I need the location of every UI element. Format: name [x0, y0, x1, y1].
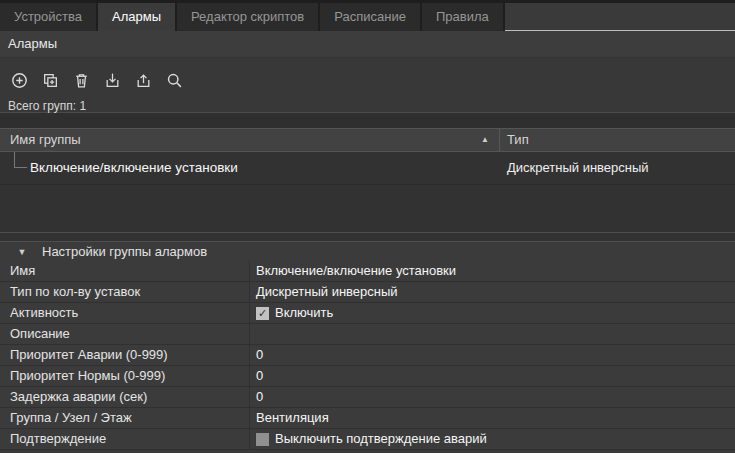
duplicate-icon [42, 72, 59, 89]
disable-ack-checkbox[interactable] [256, 433, 269, 446]
enable-checkbox[interactable]: ✓ [256, 307, 269, 320]
page-title: Алармы [0, 31, 735, 58]
table-header-row: Имя группы ▲ Тип [0, 128, 735, 152]
property-label: Тип по кол-ву уставок [0, 282, 250, 302]
norm-priority-value-field[interactable]: 0 [250, 366, 735, 386]
acknowledgement-value-field: Выключить подтверждение аварий [250, 429, 735, 449]
property-row-acknowledgement: Подтверждение Выключить подтверждение ав… [0, 429, 735, 450]
delete-trash-icon [73, 72, 90, 89]
group-node-floor-value-field[interactable]: Вентиляция [250, 408, 735, 428]
alarms-screen: Устройства Алармы Редактор скриптов Расп… [0, 0, 735, 453]
tab-schedule[interactable]: Расписание [320, 3, 420, 31]
property-label: Задержка аварии (сек) [0, 387, 250, 407]
setpoint-type-value-field[interactable]: Дискретный инверсный [250, 282, 735, 302]
alarm-delay-value-field[interactable]: 0 [250, 387, 735, 407]
property-label: Подтверждение [0, 429, 250, 449]
enable-checkbox-label: Включить [275, 303, 333, 323]
disable-ack-checkbox-label: Выключить подтверждение аварий [275, 429, 487, 449]
main-tab-bar: Устройства Алармы Редактор скриптов Расп… [0, 0, 735, 31]
tab-devices[interactable]: Устройства [0, 3, 96, 31]
alarm-groups-table: Имя группы ▲ Тип Включение/включение уст… [0, 128, 735, 232]
property-row-activity: Активность ✓ Включить [0, 303, 735, 324]
group-type-cell[interactable]: Дискретный инверсный [500, 152, 735, 184]
import-group-button[interactable] [101, 69, 123, 91]
add-group-button[interactable] [8, 69, 30, 91]
property-row-alarm-delay: Задержка аварии (сек) 0 [0, 387, 735, 408]
delete-group-button[interactable] [70, 69, 92, 91]
property-label: Приоритет Нормы (0-999) [0, 366, 250, 386]
property-label: Группа / Узел / Этаж [0, 408, 250, 428]
column-header-group-name[interactable]: Имя группы ▲ [0, 129, 500, 151]
property-label: Приоритет Аварии (0-999) [0, 345, 250, 365]
search-button[interactable] [163, 69, 185, 91]
collapse-chevron-icon: ▼ [16, 247, 28, 257]
property-row-group-node-floor: Группа / Узел / Этаж Вентиляция [0, 408, 735, 429]
group-name-cell[interactable]: Включение/включение установки [0, 152, 500, 184]
duplicate-group-button[interactable] [39, 69, 61, 91]
column-header-label: Имя группы [10, 132, 81, 147]
description-value-field[interactable] [250, 324, 735, 344]
alarms-toolbar: Всего групп: 1 [0, 58, 735, 113]
property-row-name: Имя Включение/включение установки [0, 261, 735, 282]
settings-section-header[interactable]: ▼ Настройки группы алармов [0, 242, 735, 261]
table-body: Включение/включение установки Дискретный… [0, 152, 735, 232]
add-circle-icon [11, 72, 28, 89]
search-icon [166, 72, 183, 89]
tab-rules[interactable]: Правила [422, 3, 503, 31]
property-label: Имя [0, 261, 250, 281]
property-row-description: Описание [0, 324, 735, 345]
sort-ascending-icon: ▲ [481, 129, 489, 151]
toolbar-buttons [8, 69, 727, 91]
group-name-text: Включение/включение установки [30, 160, 238, 175]
activity-value-field: ✓ Включить [250, 303, 735, 323]
groups-count-label: Всего групп: 1 [8, 99, 727, 113]
import-download-icon [104, 72, 121, 89]
property-row-norm-priority: Приоритет Нормы (0-999) 0 [0, 366, 735, 387]
alarm-group-settings-panel: ▼ Настройки группы алармов Имя Включение… [0, 241, 735, 453]
tab-bar-spacer [505, 3, 735, 31]
export-group-button[interactable] [132, 69, 154, 91]
property-label: Описание [0, 324, 250, 344]
property-row-alarm-priority: Приоритет Аварии (0-999) 0 [0, 345, 735, 366]
column-header-type[interactable]: Тип [500, 129, 735, 151]
table-row[interactable]: Включение/включение установки Дискретный… [0, 152, 735, 185]
tab-alarms[interactable]: Алармы [98, 3, 175, 31]
settings-section-title: Настройки группы алармов [42, 244, 207, 259]
export-upload-icon [135, 72, 152, 89]
tab-script-editor[interactable]: Редактор скриптов [177, 3, 318, 31]
property-row-setpoint-type: Тип по кол-ву уставок Дискретный инверсн… [0, 282, 735, 303]
alarm-priority-value-field[interactable]: 0 [250, 345, 735, 365]
tree-branch-icon [14, 152, 27, 168]
name-value-field[interactable]: Включение/включение установки [250, 261, 735, 281]
property-label: Активность [0, 303, 250, 323]
table-top-spacer [0, 113, 735, 128]
panel-divider [0, 232, 735, 241]
